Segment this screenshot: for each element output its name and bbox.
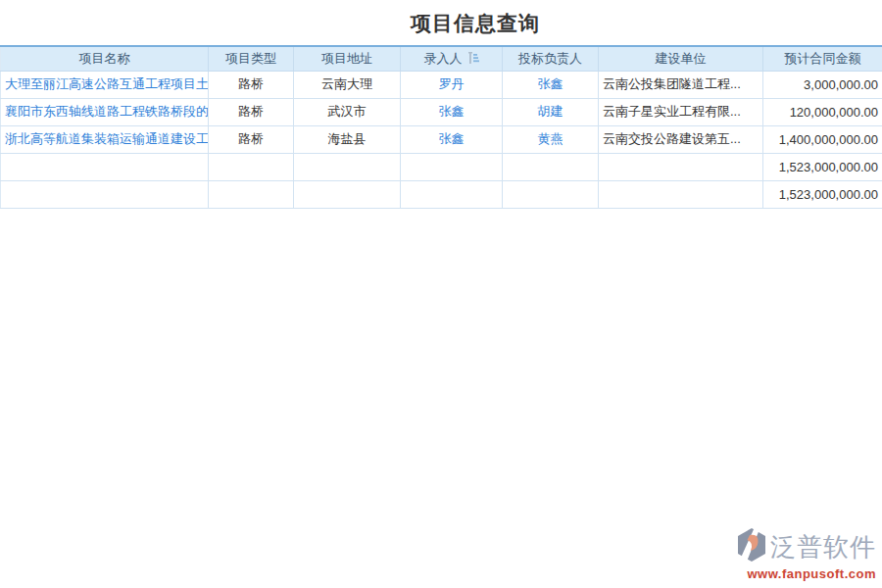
empty-cell xyxy=(294,153,401,180)
construction-unit-cell: 云南子星实业工程有限... xyxy=(599,98,763,125)
page-title: 项目信息查询 xyxy=(0,0,882,45)
project-name-link[interactable]: 大理至丽江高速公路互通工程项目土 xyxy=(5,76,209,91)
empty-cell xyxy=(599,180,763,208)
empty-cell xyxy=(503,180,599,208)
fanpu-logo-text: 泛普软件 xyxy=(770,534,876,560)
project-address-cell: 海盐县 xyxy=(294,125,401,153)
column-header-project-address[interactable]: 项目地址 xyxy=(294,46,401,71)
empty-cell xyxy=(209,180,294,208)
total-row: 1,523,000,000.00 xyxy=(1,180,882,208)
empty-cell xyxy=(294,180,401,208)
contract-amount-cell: 1,400,000,000.00 xyxy=(763,125,882,153)
subtotal-row: 1,523,000,000.00 xyxy=(1,153,882,180)
table-row: 大理至丽江高速公路互通工程项目土 路桥 云南大理 罗丹 张鑫 云南公投集团隧道工… xyxy=(1,71,882,98)
column-header-project-type[interactable]: 项目类型 xyxy=(209,46,294,71)
empty-cell xyxy=(503,153,599,180)
entered-by-link[interactable]: 张鑫 xyxy=(439,104,465,119)
column-header-project-name[interactable]: 项目名称 xyxy=(1,46,209,71)
subtotal-amount-cell: 1,523,000,000.00 xyxy=(763,153,882,180)
column-header-bid-manager[interactable]: 投标负责人 xyxy=(503,46,599,71)
construction-unit-cell: 云南交投公路建设第五... xyxy=(599,125,763,153)
entered-by-link[interactable]: 罗丹 xyxy=(439,76,465,91)
empty-cell xyxy=(401,180,503,208)
table-row: 襄阳市东西轴线道路工程铁路桥段的 路桥 武汉市 张鑫 胡建 云南子星实业工程有限… xyxy=(1,98,882,125)
column-header-contract-amount[interactable]: 预计合同金额 xyxy=(763,46,882,71)
bid-manager-link[interactable]: 胡建 xyxy=(538,104,564,119)
project-type-cell: 路桥 xyxy=(209,98,294,125)
project-info-table: 项目名称 项目类型 项目地址 录入人 投标负责人 建设单位 预计合同金额 大理至… xyxy=(0,45,882,209)
fanpu-logo-url: www.fanpusoft.com xyxy=(736,566,876,581)
empty-cell xyxy=(1,153,209,180)
sort-amount-icon[interactable] xyxy=(466,52,479,67)
column-header-construction-unit[interactable]: 建设单位 xyxy=(599,46,763,71)
project-address-cell: 云南大理 xyxy=(294,71,401,98)
construction-unit-cell: 云南公投集团隧道工程... xyxy=(599,71,763,98)
contract-amount-cell: 3,000,000.00 xyxy=(763,71,882,98)
total-amount-cell: 1,523,000,000.00 xyxy=(763,180,882,208)
table-row: 浙北高等航道集装箱运输通道建设工 路桥 海盐县 张鑫 黄燕 云南交投公路建设第五… xyxy=(1,125,882,153)
project-type-cell: 路桥 xyxy=(209,125,294,153)
empty-cell xyxy=(401,153,503,180)
fanpu-logo: 泛普软件 www.fanpusoft.com xyxy=(736,528,876,581)
empty-cell xyxy=(209,153,294,180)
empty-cell xyxy=(599,153,763,180)
project-address-cell: 武汉市 xyxy=(294,98,401,125)
column-header-entered-by[interactable]: 录入人 xyxy=(401,46,503,71)
bid-manager-link[interactable]: 黄燕 xyxy=(538,131,564,146)
project-name-link[interactable]: 襄阳市东西轴线道路工程铁路桥段的 xyxy=(5,104,209,119)
bid-manager-link[interactable]: 张鑫 xyxy=(538,76,564,91)
empty-cell xyxy=(1,180,209,208)
contract-amount-cell: 120,000,000.00 xyxy=(763,98,882,125)
project-name-link[interactable]: 浙北高等航道集装箱运输通道建设工 xyxy=(5,131,209,146)
table-header-row: 项目名称 项目类型 项目地址 录入人 投标负责人 建设单位 预计合同金额 xyxy=(1,46,882,71)
entered-by-link[interactable]: 张鑫 xyxy=(439,131,465,146)
fanpu-logo-icon xyxy=(736,528,767,565)
project-type-cell: 路桥 xyxy=(209,71,294,98)
